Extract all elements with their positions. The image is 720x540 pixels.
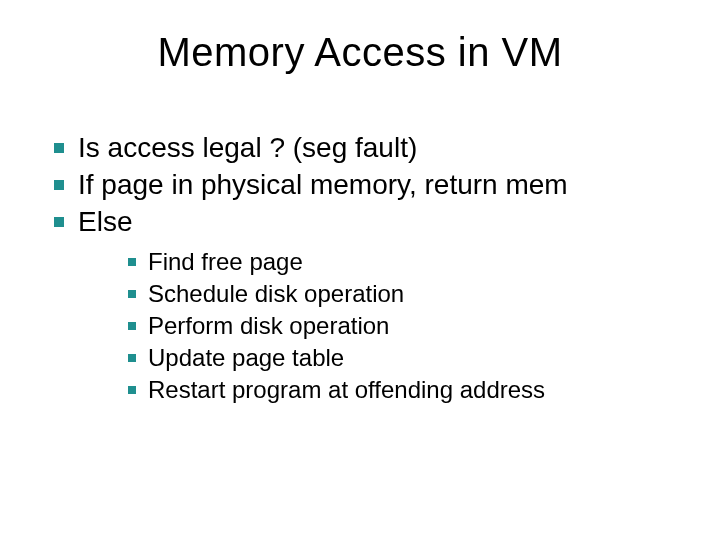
list-item: If page in physical memory, return mem — [50, 167, 670, 202]
list-item: Perform disk operation — [126, 311, 670, 341]
bullet-list: Is access legal ? (seg fault) If page in… — [50, 130, 670, 405]
list-item: Else Find free page Schedule disk operat… — [50, 204, 670, 405]
list-item: Restart program at offending address — [126, 375, 670, 405]
list-item: Is access legal ? (seg fault) — [50, 130, 670, 165]
list-item: Update page table — [126, 343, 670, 373]
slide-title: Memory Access in VM — [0, 30, 720, 75]
list-item: Find free page — [126, 247, 670, 277]
sub-bullet-list: Find free page Schedule disk operation P… — [78, 247, 670, 405]
list-item-label: Else — [78, 206, 132, 237]
slide: Memory Access in VM Is access legal ? (s… — [0, 0, 720, 540]
list-item: Schedule disk operation — [126, 279, 670, 309]
slide-body: Is access legal ? (seg fault) If page in… — [50, 130, 670, 407]
